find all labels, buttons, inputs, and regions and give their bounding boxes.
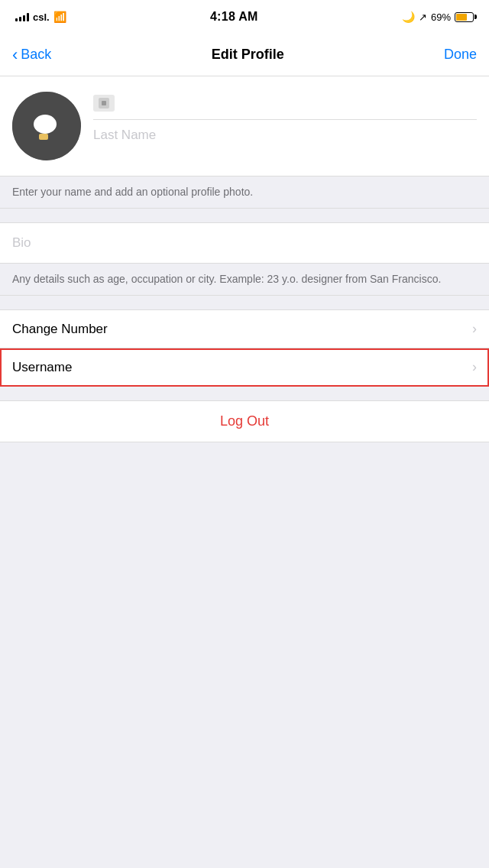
avatar[interactable] [12,92,81,160]
back-label: Back [21,47,51,63]
status-bar: csl. 📶 4:18 AM 🌙 ↗ 69% [0,0,489,34]
change-number-item[interactable]: Change Number › [0,310,489,348]
avatar-image [12,92,81,160]
name-fields [93,92,477,143]
carrier-label: csl. [33,11,50,23]
logout-button[interactable]: Log Out [0,401,489,442]
profile-helper-text: Enter your name and add an optional prof… [0,177,489,209]
list-section: Change Number › Username › [0,309,489,387]
status-time: 4:18 AM [210,10,258,24]
username-chevron-icon: › [472,359,477,375]
battery-icon [455,12,474,22]
last-name-input[interactable] [93,128,477,143]
emoji-icon [99,98,109,108]
page-title: Edit Profile [212,47,284,63]
first-name-icon [93,95,115,112]
bio-section: Any details such as age, occupation or c… [0,222,489,296]
location-icon: ↗ [419,11,427,23]
back-button[interactable]: ‹ Back [12,47,51,63]
logout-section: Log Out [0,400,489,442]
first-name-row [93,95,477,120]
status-right: 🌙 ↗ 69% [402,11,474,23]
bottom-space [0,442,489,519]
nav-bar: ‹ Back Edit Profile Done [0,34,489,76]
bio-helper-text: Any details such as age, occupation or c… [0,264,489,295]
svg-rect-1 [102,101,106,105]
status-left: csl. 📶 [15,11,66,23]
username-right: › [468,359,477,375]
battery-percent: 69% [431,11,451,23]
moon-icon: 🌙 [402,11,415,23]
done-button[interactable]: Done [444,47,477,63]
change-number-label: Change Number [12,322,108,337]
bio-input[interactable] [12,234,477,252]
logout-label: Log Out [220,413,269,429]
change-number-chevron-icon: › [472,321,477,337]
profile-section [0,76,489,177]
username-item[interactable]: Username › [0,348,489,387]
change-number-right: › [468,321,477,337]
username-label: Username [12,360,72,375]
wifi-icon: 📶 [53,11,66,23]
first-name-input[interactable] [121,96,477,111]
bio-input-container [0,223,489,264]
back-chevron-icon: ‹ [12,47,18,63]
signal-icon [15,12,29,21]
